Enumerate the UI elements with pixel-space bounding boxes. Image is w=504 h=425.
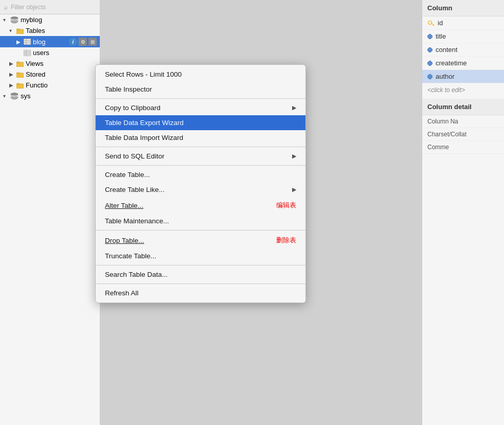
column-details-header: Column detail <box>422 99 504 115</box>
table-icon <box>24 39 31 45</box>
svg-rect-4 <box>16 29 20 30</box>
column-row-id[interactable]: id <box>422 16 504 30</box>
submenu-arrow-sql: ▶ <box>292 153 296 160</box>
col-createtime-name: createtime <box>436 59 467 67</box>
sidebar-item-stored[interactable]: ▶ Stored <box>0 69 100 80</box>
stored-label: Stored <box>26 70 45 78</box>
menu-item-table-inspector[interactable]: Table Inspector <box>96 82 305 97</box>
expand-arrow: ▶ <box>9 61 14 66</box>
folder-icon <box>16 28 24 34</box>
menu-item-drop-table[interactable]: Drop Table... 删除表 <box>96 232 305 249</box>
expand-arrow: ▾ <box>9 28 14 33</box>
col-author-name: author <box>436 73 455 80</box>
info-icon[interactable]: i <box>69 38 77 46</box>
sys-label: sys <box>21 92 31 100</box>
menu-item-copy-clipboard[interactable]: Copy to Clipboard ▶ <box>96 100 305 115</box>
folder-icon <box>16 72 24 78</box>
menu-item-refresh-all[interactable]: Refresh All <box>96 286 305 300</box>
detail-row-charset: Charset/Collat <box>422 128 504 141</box>
menu-label-import-wizard: Table Data Import Wizard <box>105 134 296 141</box>
sidebar-item-sys[interactable]: ▾ sys <box>0 91 100 101</box>
sidebar-item-blog[interactable]: ▶ blog i ⚙ ⊞ <box>0 36 100 47</box>
svg-rect-1 <box>11 18 18 21</box>
sidebar-item-functions[interactable]: ▶ Functio <box>0 80 100 91</box>
expand-arrow: ▾ <box>3 17 8 23</box>
views-label: Views <box>26 60 43 67</box>
svg-rect-26 <box>427 61 433 66</box>
diamond-icon <box>427 74 433 79</box>
detail-row-comment: Comme <box>422 141 504 154</box>
submenu-arrow-copy: ▶ <box>292 104 296 111</box>
sidebar-item-myblog[interactable]: ▾ myblog <box>0 14 100 25</box>
click-to-edit: <click to edit> <box>422 83 504 97</box>
expand-arrow: ▶ <box>9 82 14 88</box>
svg-rect-5 <box>24 39 31 45</box>
expand-arrow: ▶ <box>9 72 14 77</box>
grid-icon[interactable]: ⊞ <box>88 38 97 46</box>
column-row-createtime[interactable]: createtime <box>422 57 504 70</box>
separator-6 <box>96 284 305 284</box>
menu-item-send-sql[interactable]: Send to SQL Editor ▶ <box>96 149 305 164</box>
menu-label-table-maintenance: Table Maintenance... <box>105 217 296 225</box>
menu-label-truncate-table: Truncate Table... <box>105 252 296 260</box>
svg-rect-27 <box>427 74 433 79</box>
col-title-name: title <box>436 32 446 40</box>
svg-rect-14 <box>16 62 20 63</box>
menu-label-select-rows: Select Rows - Limit 1000 <box>105 70 296 78</box>
menu-label-search-table: Search Table Data... <box>105 271 296 278</box>
alter-table-annotation: 编辑表 <box>276 201 296 210</box>
menu-label-table-inspector: Table Inspector <box>105 85 296 93</box>
menu-label-send-sql: Send to SQL Editor <box>105 152 287 160</box>
column-row-title[interactable]: title <box>422 30 504 43</box>
menu-item-search-table[interactable]: Search Table Data... <box>96 267 305 282</box>
svg-rect-2 <box>11 21 18 22</box>
menu-item-alter-table[interactable]: Alter Table... 编辑表 <box>96 197 305 214</box>
expand-arrow: ▾ <box>3 93 8 99</box>
database-icon <box>10 16 19 24</box>
table-icon <box>24 50 31 56</box>
svg-point-21 <box>428 21 432 24</box>
menu-item-create-table-like[interactable]: Create Table Like... ▶ <box>96 182 305 197</box>
menu-item-create-table[interactable]: Create Table... <box>96 167 305 182</box>
column-panel-header: Column <box>422 0 504 16</box>
menu-item-truncate-table[interactable]: Truncate Table... <box>96 249 305 263</box>
database-icon <box>10 93 19 100</box>
menu-item-table-maintenance[interactable]: Table Maintenance... <box>96 214 305 228</box>
search-placeholder: Filter objects <box>11 4 46 11</box>
column-row-author[interactable]: author <box>422 70 504 83</box>
menu-label-refresh-all: Refresh All <box>105 289 296 297</box>
separator-3 <box>96 165 305 166</box>
diamond-icon <box>427 47 433 52</box>
menu-label-drop-table: Drop Table... <box>105 237 266 244</box>
tables-label: Tables <box>26 27 45 34</box>
separator-4 <box>96 230 305 231</box>
right-panel: Column id title content createtime <box>422 0 504 425</box>
separator-2 <box>96 147 305 147</box>
folder-icon <box>16 61 24 67</box>
menu-item-export-wizard[interactable]: Table Data Export Wizard <box>96 115 305 130</box>
wrench-icon[interactable]: ⚙ <box>79 38 87 46</box>
menu-item-import-wizard[interactable]: Table Data Import Wizard <box>96 130 305 145</box>
menu-item-select-rows[interactable]: Select Rows - Limit 1000 <box>96 67 305 82</box>
svg-rect-24 <box>427 34 433 39</box>
search-icon: ⌕ <box>4 4 8 11</box>
key-icon <box>427 20 435 27</box>
menu-label-create-table: Create Table... <box>105 171 296 179</box>
separator-1 <box>96 98 305 99</box>
context-menu: Select Rows - Limit 1000 Table Inspector… <box>95 64 306 303</box>
users-label: users <box>33 49 49 57</box>
sidebar-item-users[interactable]: users <box>0 47 100 58</box>
sidebar: ⌕ Filter objects ▾ myblog ▾ Tables ▶ <box>0 0 100 425</box>
sidebar-item-views[interactable]: ▶ Views <box>0 58 100 69</box>
menu-label-copy-clipboard: Copy to Clipboard <box>105 104 287 112</box>
expand-arrow: ▶ <box>16 39 22 45</box>
svg-rect-16 <box>16 73 20 74</box>
functions-label: Functio <box>26 81 48 89</box>
column-row-content[interactable]: content <box>422 43 504 57</box>
search-bar: ⌕ Filter objects <box>0 0 100 14</box>
menu-label-export-wizard: Table Data Export Wizard <box>105 119 296 127</box>
separator-5 <box>96 265 305 265</box>
svg-rect-25 <box>427 47 433 52</box>
myblog-label: myblog <box>21 16 42 24</box>
sidebar-item-tables[interactable]: ▾ Tables <box>0 25 100 36</box>
